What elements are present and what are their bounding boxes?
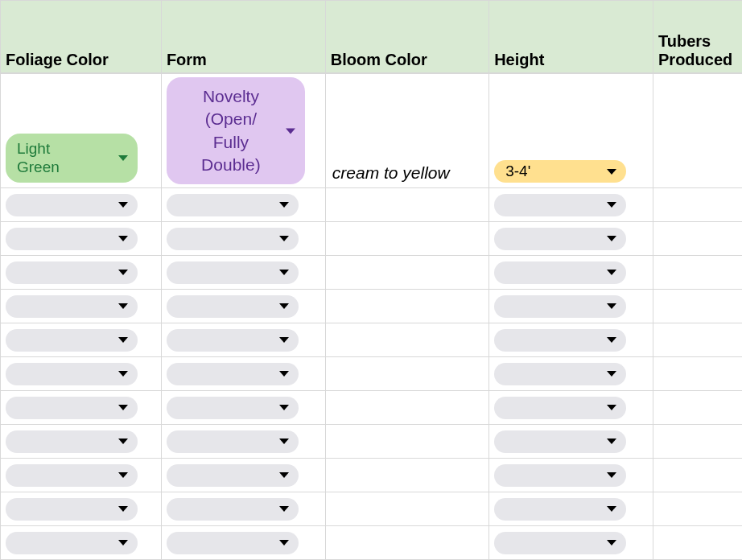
cell-bloom[interactable] (325, 391, 488, 425)
cell-tubers[interactable] (653, 492, 742, 526)
cell-height[interactable] (489, 222, 653, 256)
cell-foliage[interactable] (1, 323, 162, 357)
form-dropdown[interactable] (167, 430, 299, 453)
cell-form[interactable] (161, 492, 325, 526)
cell-form[interactable] (161, 391, 325, 425)
cell-foliage[interactable] (1, 256, 162, 290)
header-form[interactable]: Form (161, 9, 325, 73)
cell-foliage[interactable] (1, 188, 162, 222)
cell-bloom[interactable] (325, 256, 488, 290)
header-height[interactable]: Height (489, 9, 653, 73)
form-dropdown[interactable] (167, 194, 299, 216)
cell-bloom[interactable] (325, 459, 488, 492)
form-dropdown[interactable] (167, 329, 299, 352)
cell-foliage[interactable] (1, 357, 162, 391)
cell-bloom[interactable] (325, 323, 488, 357)
cell-height[interactable] (489, 290, 653, 323)
cell-tubers[interactable] (653, 256, 742, 290)
cell-tubers[interactable] (653, 357, 742, 391)
height-dropdown[interactable] (494, 464, 626, 487)
foliage-dropdown[interactable] (6, 228, 138, 250)
cell-foliage[interactable] (1, 391, 162, 425)
height-dropdown[interactable] (494, 363, 626, 385)
foliage-dropdown[interactable] (6, 363, 138, 385)
cell-height[interactable] (489, 391, 653, 425)
form-dropdown[interactable] (167, 498, 299, 521)
cell-form[interactable] (161, 188, 325, 222)
cell-tubers[interactable] (653, 323, 742, 357)
cell-foliage[interactable]: Light Green (1, 74, 162, 188)
cell-bloom[interactable] (325, 357, 488, 391)
spreadsheet[interactable]: Foliage Color Form Bloom Color Height Tu… (0, 0, 742, 560)
foliage-dropdown[interactable] (6, 194, 138, 216)
cell-form[interactable] (161, 222, 325, 256)
cell-height[interactable] (489, 459, 653, 492)
cell-form[interactable] (161, 357, 325, 391)
cell-form[interactable] (161, 323, 325, 357)
cell-height[interactable] (489, 357, 653, 391)
form-dropdown[interactable] (167, 397, 299, 419)
cell-form[interactable] (161, 425, 325, 459)
height-dropdown[interactable] (494, 329, 626, 352)
cell-bloom[interactable] (325, 290, 488, 323)
cell-bloom[interactable] (325, 188, 488, 222)
cell-height[interactable] (489, 526, 653, 560)
height-dropdown[interactable] (494, 397, 626, 419)
form-dropdown[interactable] (167, 295, 299, 318)
form-dropdown[interactable] (167, 363, 299, 385)
foliage-dropdown[interactable] (6, 397, 138, 419)
cell-height[interactable] (489, 256, 653, 290)
cell-height[interactable] (489, 188, 653, 222)
cell-bloom[interactable]: cream to yellow (325, 74, 488, 188)
height-dropdown[interactable] (494, 498, 626, 521)
cell-height[interactable] (489, 323, 653, 357)
cell-form[interactable] (161, 256, 325, 290)
form-dropdown[interactable] (167, 261, 299, 284)
foliage-dropdown[interactable] (6, 295, 138, 318)
foliage-dropdown[interactable] (6, 532, 138, 554)
cell-tubers[interactable] (653, 74, 742, 188)
cell-foliage[interactable] (1, 459, 162, 492)
form-dropdown[interactable] (167, 228, 299, 250)
cell-bloom[interactable] (325, 526, 488, 560)
form-dropdown[interactable] (167, 464, 299, 487)
cell-form[interactable] (161, 290, 325, 323)
height-dropdown[interactable] (494, 194, 626, 216)
cell-foliage[interactable] (1, 290, 162, 323)
cell-bloom[interactable] (325, 492, 488, 526)
cell-tubers[interactable] (653, 526, 742, 560)
cell-height[interactable] (489, 425, 653, 459)
foliage-dropdown[interactable] (6, 498, 138, 521)
cell-tubers[interactable] (653, 391, 742, 425)
cell-foliage[interactable] (1, 425, 162, 459)
header-bloom[interactable]: Bloom Color (325, 9, 488, 73)
header-tubers[interactable]: Tubers Produced (653, 9, 742, 73)
cell-bloom[interactable] (325, 222, 488, 256)
height-dropdown[interactable]: 3-4' (494, 160, 626, 183)
foliage-dropdown[interactable] (6, 329, 138, 352)
foliage-dropdown[interactable] (6, 261, 138, 284)
height-dropdown[interactable] (494, 228, 626, 250)
height-dropdown[interactable] (494, 532, 626, 554)
cell-height[interactable]: 3-4' (489, 74, 653, 188)
cell-form[interactable] (161, 526, 325, 560)
cell-height[interactable] (489, 492, 653, 526)
cell-foliage[interactable] (1, 526, 162, 560)
height-dropdown[interactable] (494, 261, 626, 284)
height-dropdown[interactable] (494, 295, 626, 318)
cell-tubers[interactable] (653, 188, 742, 222)
cell-tubers[interactable] (653, 222, 742, 256)
form-dropdown[interactable] (167, 532, 299, 554)
header-foliage[interactable]: Foliage Color (1, 9, 162, 73)
cell-tubers[interactable] (653, 425, 742, 459)
foliage-dropdown[interactable]: Light Green (6, 134, 138, 183)
foliage-dropdown[interactable] (6, 430, 138, 453)
foliage-dropdown[interactable] (6, 464, 138, 487)
cell-form[interactable] (161, 459, 325, 492)
cell-foliage[interactable] (1, 222, 162, 256)
cell-bloom[interactable] (325, 425, 488, 459)
height-dropdown[interactable] (494, 430, 626, 453)
cell-foliage[interactable] (1, 492, 162, 526)
cell-tubers[interactable] (653, 290, 742, 323)
form-dropdown[interactable]: Novelty (Open/ Fully Double) (167, 77, 305, 184)
